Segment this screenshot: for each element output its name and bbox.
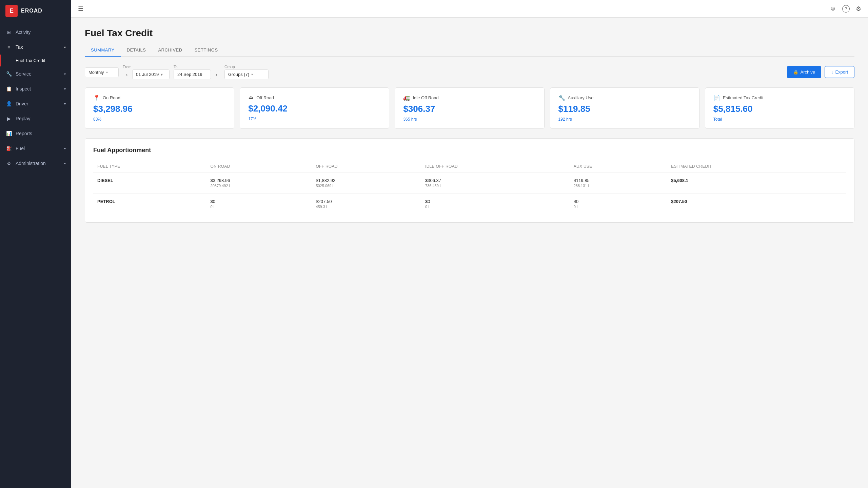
- tab-details[interactable]: DETAILS: [121, 44, 152, 57]
- td-value-0-3: $306.37: [425, 178, 441, 183]
- card-off-road: ⛰ Off Road $2,090.42 17%: [240, 87, 389, 129]
- card-idle-off-road-header: 🚛 Idle Off Road: [403, 95, 536, 101]
- administration-chevron: ▾: [64, 162, 66, 165]
- fuel-apportionment-table: Fuel TypeOn RoadOff RoadIdle Off RoadAux…: [93, 161, 846, 214]
- chat-icon[interactable]: ☺: [830, 5, 836, 12]
- prev-date-button[interactable]: ‹: [123, 70, 131, 79]
- tax-chevron: ▾: [64, 45, 66, 49]
- td-sub-1-2: 459.3 L: [316, 205, 417, 209]
- reports-icon: 📊: [5, 130, 12, 137]
- export-label: Export: [835, 69, 848, 75]
- reports-label: Reports: [16, 131, 66, 136]
- sidebar-item-service[interactable]: 🔧 Service ▾: [0, 66, 71, 81]
- td-row-1-col-0: PETROL: [93, 194, 206, 215]
- tab-bar: SUMMARYDETAILSARCHIVEDSETTINGS: [85, 44, 854, 57]
- card-on-road-icon: 📍: [93, 95, 100, 101]
- sidebar-item-activity[interactable]: ⊞ Activity: [0, 25, 71, 40]
- from-date-group: ‹ 01 Jul 2019 ▾: [123, 69, 170, 79]
- card-auxiliary-use-value: $119.85: [558, 104, 691, 114]
- td-row-0-col-1: $3,298.9620879.492 L: [206, 172, 312, 194]
- help-icon[interactable]: ?: [842, 5, 850, 13]
- to-date-input[interactable]: 24 Sep 2019: [174, 69, 211, 79]
- administration-label: Administration: [16, 161, 64, 166]
- table-row: PETROL$00 L$207.50459.3 L$00 L$00 L$207.…: [93, 194, 846, 215]
- td-row-0-col-5: $5,608.1: [667, 172, 846, 194]
- next-date-button[interactable]: ›: [212, 70, 220, 79]
- td-row-1-col-1: $00 L: [206, 194, 312, 215]
- sidebar-item-tax[interactable]: ≡ Tax ▾: [0, 40, 71, 55]
- td-value-0-5: $5,608.1: [671, 178, 688, 183]
- settings-icon[interactable]: ⚙: [856, 5, 861, 13]
- activity-icon: ⊞: [5, 29, 12, 36]
- td-value-1-0: PETROL: [97, 199, 115, 204]
- card-estimated-tax-credit-value: $5,815.60: [713, 104, 846, 114]
- sidebar-item-fuel-tax-credit[interactable]: Fuel Tax Credit: [0, 55, 71, 66]
- table-head: Fuel TypeOn RoadOff RoadIdle Off RoadAux…: [93, 161, 846, 172]
- td-row-1-col-4: $00 L: [570, 194, 667, 215]
- th-idle-off-road: Idle Off Road: [421, 161, 570, 172]
- inspect-icon: 📋: [5, 85, 12, 92]
- card-estimated-tax-credit-icon: 📄: [713, 95, 720, 101]
- td-sub-1-4: 0 L: [574, 205, 663, 209]
- sidebar-item-driver[interactable]: 👤 Driver ▾: [0, 96, 71, 111]
- topbar-icons: ☺ ? ⚙: [830, 5, 861, 13]
- th-off-road: Off Road: [312, 161, 421, 172]
- driver-icon: 👤: [5, 100, 12, 107]
- logo-icon: E: [5, 5, 18, 17]
- from-date-input[interactable]: 01 Jul 2019 ▾: [132, 69, 170, 79]
- td-value-0-4: $119.85: [574, 178, 590, 183]
- content-area: Fuel Tax Credit SUMMARYDETAILSARCHIVEDSE…: [71, 18, 868, 488]
- from-filter-group: From ‹ 01 Jul 2019 ▾: [123, 65, 170, 79]
- from-label: From: [123, 65, 170, 69]
- tab-summary[interactable]: SUMMARY: [85, 44, 121, 57]
- td-row-1-col-5: $207.50: [667, 194, 846, 215]
- archive-button[interactable]: 🔒 Archive: [787, 66, 821, 78]
- driver-chevron: ▾: [64, 102, 66, 106]
- td-row-0-col-2: $1,882.925025.069 L: [312, 172, 421, 194]
- sidebar-item-administration[interactable]: ⚙ Administration ▾: [0, 156, 71, 171]
- tax-icon: ≡: [5, 44, 12, 50]
- sidebar-item-replay[interactable]: ▶ Replay: [0, 111, 71, 126]
- card-idle-off-road-label: Idle Off Road: [413, 95, 438, 100]
- td-value-1-4: $0: [574, 199, 578, 204]
- archive-label: Archive: [801, 69, 815, 75]
- tab-archived[interactable]: ARCHIVED: [152, 44, 188, 57]
- table-row: DIESEL$3,298.9620879.492 L$1,882.925025.…: [93, 172, 846, 194]
- tab-settings[interactable]: SETTINGS: [189, 44, 224, 57]
- period-select[interactable]: Monthly ▾: [85, 67, 119, 77]
- export-button[interactable]: ↓ Export: [825, 66, 854, 78]
- summary-cards: 📍 On Road $3,298.96 83% ⛰ Off Road $2,09…: [85, 87, 854, 129]
- card-off-road-label: Off Road: [256, 95, 274, 100]
- activity-label: Activity: [16, 29, 66, 35]
- td-value-1-3: $0: [425, 199, 430, 204]
- administration-icon: ⚙: [5, 160, 12, 167]
- main-area: ☰ ☺ ? ⚙ Fuel Tax Credit SUMMARYDETAILSAR…: [71, 0, 868, 488]
- card-estimated-tax-credit: 📄 Estimated Tax Credit $5,815.60 Total: [705, 87, 854, 129]
- service-chevron: ▾: [64, 72, 66, 76]
- td-sub-0-3: 736.459 L: [425, 184, 566, 188]
- group-select[interactable]: Groups (7) ▾: [224, 69, 269, 79]
- td-value-1-2: $207.50: [316, 199, 332, 204]
- card-off-road-sub: 17%: [248, 117, 381, 121]
- filter-bar: Monthly ▾ From ‹ 01 Jul 2019 ▾ To: [85, 65, 854, 79]
- fuel-icon: ⛽: [5, 145, 12, 152]
- sidebar-item-fuel[interactable]: ⛽ Fuel ▾: [0, 141, 71, 156]
- sidebar-item-reports[interactable]: 📊 Reports: [0, 126, 71, 141]
- table-title: Fuel Apportionment: [93, 147, 846, 154]
- card-off-road-value: $2,090.42: [248, 103, 381, 114]
- card-idle-off-road-value: $306.37: [403, 104, 536, 114]
- brand-name: EROAD: [21, 8, 42, 14]
- th-fuel-type: Fuel Type: [93, 161, 206, 172]
- table-body: DIESEL$3,298.9620879.492 L$1,882.925025.…: [93, 172, 846, 215]
- menu-icon[interactable]: ☰: [78, 5, 83, 13]
- td-sub-1-3: 0 L: [425, 205, 566, 209]
- period-filter-group: Monthly ▾: [85, 67, 119, 77]
- card-on-road-sub: 83%: [93, 117, 226, 122]
- card-auxiliary-use-sub: 192 hrs: [558, 117, 691, 122]
- sidebar: E EROAD ⊞ Activity ≡ Tax ▾ Fuel Tax Cred…: [0, 0, 71, 488]
- table-section: Fuel Apportionment Fuel TypeOn RoadOff R…: [85, 138, 854, 223]
- to-date-group: 24 Sep 2019 ›: [174, 69, 220, 79]
- card-auxiliary-use: 🔧 Auxiliary Use $119.85 192 hrs: [550, 87, 699, 129]
- sidebar-item-inspect[interactable]: 📋 Inspect ▾: [0, 81, 71, 96]
- from-date-value: 01 Jul 2019: [136, 72, 159, 77]
